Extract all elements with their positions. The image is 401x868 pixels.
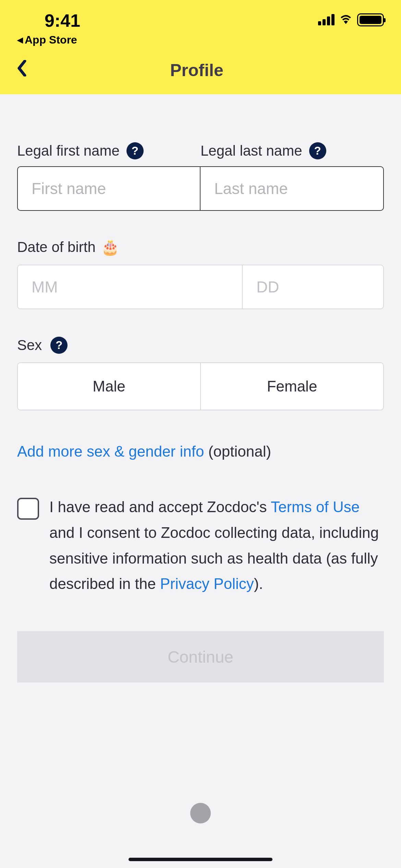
- consent-part1: I have read and accept Zocdoc's: [49, 498, 271, 515]
- nav-bar: Profile: [0, 50, 401, 81]
- help-icon[interactable]: ?: [309, 142, 326, 159]
- status-time: 9:41: [17, 10, 80, 31]
- privacy-link[interactable]: Privacy Policy: [160, 575, 254, 592]
- name-row: Legal first name ? Legal last name ?: [17, 142, 384, 211]
- terms-link[interactable]: Terms of Use: [271, 498, 360, 515]
- continue-button[interactable]: Continue: [17, 631, 384, 683]
- first-name-input[interactable]: [17, 166, 200, 211]
- dob-row: [17, 265, 384, 309]
- help-icon[interactable]: ?: [50, 337, 68, 354]
- sex-option-male[interactable]: Male: [18, 363, 201, 410]
- add-more-optional: (optional): [204, 443, 271, 460]
- sex-label-row: Sex ?: [17, 337, 384, 354]
- last-name-input[interactable]: [200, 166, 384, 211]
- last-name-col: Legal last name ?: [200, 142, 384, 211]
- home-indicator[interactable]: [129, 858, 272, 861]
- consent-checkbox[interactable]: [17, 498, 39, 520]
- dob-month-input[interactable]: [18, 265, 243, 309]
- home-dot: [190, 803, 211, 823]
- consent-part3: ).: [254, 575, 263, 592]
- add-more-link[interactable]: Add more sex & gender info: [17, 443, 204, 460]
- wifi-icon: [340, 14, 352, 26]
- back-to-app-label: App Store: [25, 34, 77, 46]
- status-bar: 9:41 App Store: [0, 0, 401, 50]
- page-title: Profile: [10, 60, 384, 80]
- sex-row: Male Female: [17, 362, 384, 410]
- add-more-gender-info: Add more sex & gender info (optional): [17, 443, 384, 460]
- first-name-col: Legal first name ?: [17, 142, 200, 211]
- consent-text: I have read and accept Zocdoc's Terms of…: [49, 494, 384, 597]
- dob-day-input[interactable]: [243, 265, 384, 309]
- header: 9:41 App Store Profile: [0, 0, 401, 94]
- form-content: Legal first name ? Legal last name ? Dat…: [0, 94, 401, 700]
- sex-label: Sex: [17, 337, 42, 353]
- cellular-icon: [318, 14, 335, 25]
- cake-icon: 🎂: [101, 238, 120, 256]
- help-icon[interactable]: ?: [126, 142, 144, 159]
- dob-label: Date of birth 🎂: [17, 238, 384, 256]
- first-name-label: Legal first name: [17, 143, 120, 159]
- sex-option-female[interactable]: Female: [201, 363, 383, 410]
- consent-row: I have read and accept Zocdoc's Terms of…: [17, 494, 384, 597]
- dob-label-text: Date of birth: [17, 239, 96, 255]
- back-to-app-store[interactable]: App Store: [17, 34, 80, 46]
- last-name-label: Legal last name: [200, 143, 302, 159]
- battery-icon: [357, 13, 384, 26]
